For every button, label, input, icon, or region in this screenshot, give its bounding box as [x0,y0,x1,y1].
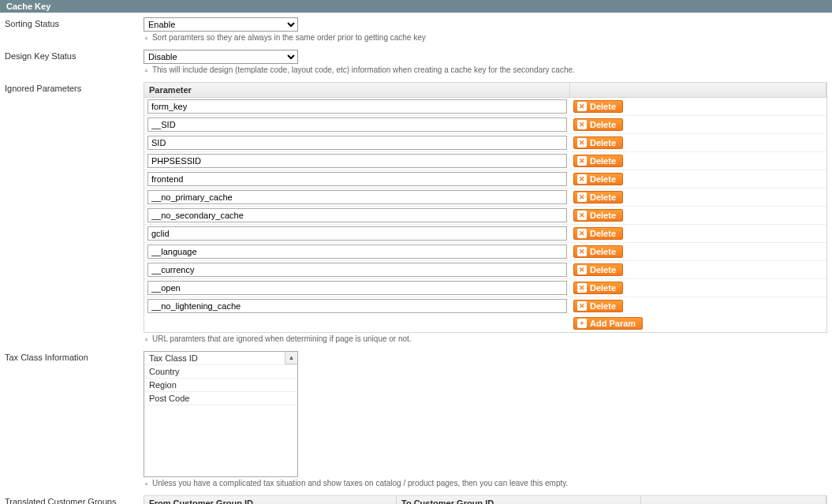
tax-class-option[interactable]: Country [144,365,297,379]
row-translated-groups: Translated Customer Groups From Customer… [0,495,827,504]
delete-param-button[interactable]: ✕Delete [573,227,623,240]
tax-class-option[interactable]: Post Code [144,392,297,405]
delete-param-button[interactable]: ✕Delete [573,136,623,149]
label-design-key: Design Key Status [0,50,144,61]
ignored-param-row: ✕Delete [144,134,826,152]
delete-icon: ✕ [577,229,587,238]
add-param-label: Add Param [590,319,636,328]
delete-icon: ✕ [577,174,587,184]
delete-icon: ✕ [577,102,587,111]
param-input[interactable] [147,281,567,295]
delete-icon: ✕ [577,265,587,274]
delete-icon: ✕ [577,247,587,256]
section-header: Cache Key [0,0,832,13]
row-ignored-params: Ignored Parameters Parameter ✕Delete✕Del… [0,82,827,343]
ignored-param-row: ✕Delete [144,297,826,315]
delete-param-button[interactable]: ✕Delete [573,118,623,131]
delete-icon: ✕ [577,156,587,166]
row-sorting-status: Sorting Status Enable Sort paramters so … [0,17,827,42]
delete-param-button[interactable]: ✕Delete [573,282,623,294]
ignored-param-row: ✕Delete [144,189,826,207]
delete-label: Delete [590,102,616,111]
param-input[interactable] [147,136,567,150]
delete-label: Delete [590,265,616,274]
ignored-param-row: ✕Delete [144,261,826,279]
hint-design-key: This will include design (template code,… [144,65,827,74]
param-input[interactable] [147,99,567,114]
delete-param-button[interactable]: ✕Delete [573,245,623,258]
add-param-button[interactable]: + Add Param [573,317,643,330]
delete-icon: ✕ [577,301,587,311]
param-input[interactable] [147,154,567,168]
select-sorting-status[interactable]: Enable [144,17,298,32]
delete-label: Delete [590,174,616,184]
delete-label: Delete [590,301,616,311]
th-to-group: To Customer Group ID [397,496,641,504]
tax-class-option[interactable]: Tax Class ID [144,352,297,365]
delete-label: Delete [590,192,616,202]
param-input[interactable] [147,263,567,277]
param-input[interactable] [147,190,567,204]
select-design-key[interactable]: Disable [144,50,298,64]
grid-header-translated: From Customer Group ID To Customer Group… [144,496,826,504]
delete-label: Delete [590,138,616,147]
label-translated-groups: Translated Customer Groups [0,495,144,504]
grid-ignored-params: Parameter ✕Delete✕Delete✕Delete✕Delete✕D… [144,82,827,333]
param-input[interactable] [147,245,567,259]
row-add-param: + Add Param [144,315,826,332]
delete-param-button[interactable]: ✕Delete [573,209,623,222]
multiselect-tax-class[interactable]: Tax Class IDCountryRegionPost Code ▲ [144,351,298,477]
delete-param-button[interactable]: ✕Delete [573,173,623,185]
ignored-param-row: ✕Delete [144,207,826,225]
ignored-param-row: ✕Delete [144,243,826,261]
delete-icon: ✕ [577,138,587,147]
delete-param-button[interactable]: ✕Delete [573,155,623,167]
th-action-blank [570,83,826,97]
delete-label: Delete [590,120,616,129]
hint-sorting-status: Sort paramters so they are always in the… [144,33,827,42]
param-input[interactable] [147,208,567,222]
grid-translated-groups: From Customer Group ID To Customer Group… [144,495,827,504]
ignored-param-row: ✕Delete [144,225,826,243]
delete-param-button[interactable]: ✕Delete [573,300,623,312]
ignored-param-row: ✕Delete [144,170,826,189]
delete-label: Delete [590,211,616,220]
hint-ignored-params: URL paramters that are ignored when dete… [144,334,827,343]
label-ignored-params: Ignored Parameters [0,82,144,93]
delete-icon: ✕ [577,120,587,129]
grid-header-ignored: Parameter [144,83,826,98]
ignored-param-row: ✕Delete [144,116,826,134]
param-input[interactable] [147,172,567,186]
delete-icon: ✕ [577,211,587,220]
th-from-group: From Customer Group ID [144,496,397,504]
param-input[interactable] [147,299,567,313]
delete-icon: ✕ [577,192,587,202]
section-title: Cache Key [6,2,50,11]
label-tax-class: Tax Class Information [0,351,144,362]
row-design-key: Design Key Status Disable This will incl… [0,50,827,74]
delete-label: Delete [590,283,616,293]
delete-label: Delete [590,229,616,238]
th-translated-action [641,496,826,504]
ignored-param-row: ✕Delete [144,98,826,116]
row-tax-class: Tax Class Information Tax Class IDCountr… [0,351,827,487]
form-area: Sorting Status Enable Sort paramters so … [0,13,832,504]
scroll-up-icon[interactable]: ▲ [285,352,297,364]
param-input[interactable] [147,118,567,132]
label-sorting-status: Sorting Status [0,17,144,28]
delete-icon: ✕ [577,283,587,293]
delete-param-button[interactable]: ✕Delete [573,191,623,203]
param-input[interactable] [147,226,567,241]
ignored-param-row: ✕Delete [144,152,826,170]
delete-label: Delete [590,156,616,166]
delete-param-button[interactable]: ✕Delete [573,100,623,113]
hint-tax-class: Unless you have a complicated tax situat… [144,479,827,487]
th-parameter: Parameter [144,83,570,97]
ignored-param-row: ✕Delete [144,279,826,297]
tax-class-option[interactable]: Region [144,379,297,392]
delete-label: Delete [590,247,616,256]
delete-param-button[interactable]: ✕Delete [573,263,623,276]
plus-icon: + [577,319,587,328]
